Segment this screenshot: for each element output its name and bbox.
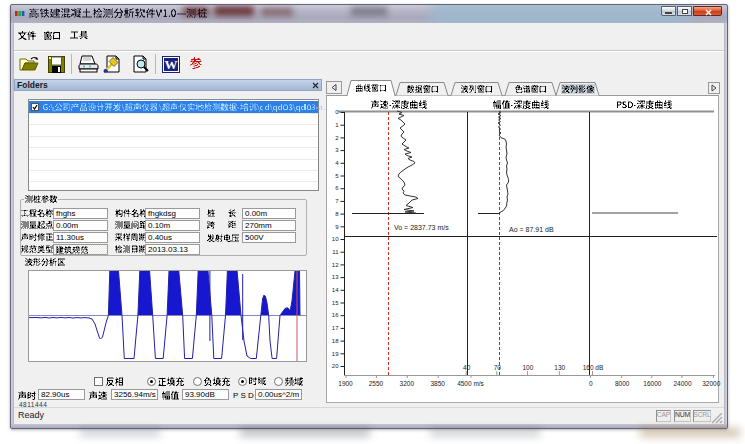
svg-text:40: 40 — [463, 364, 471, 371]
svg-text:12: 12 — [332, 262, 339, 268]
svg-text:32000 u: 32000 u — [702, 380, 722, 387]
svg-text:7: 7 — [335, 198, 339, 204]
svg-text:130: 130 — [554, 364, 565, 371]
svg-text:10: 10 — [332, 236, 339, 242]
svg-text:3850: 3850 — [430, 380, 445, 387]
svg-text:13: 13 — [332, 274, 339, 280]
svg-text:5: 5 — [335, 173, 339, 179]
svg-text:15: 15 — [332, 300, 339, 306]
svg-text:16: 16 — [332, 312, 339, 318]
svg-text:17: 17 — [332, 325, 339, 331]
svg-text:8000: 8000 — [615, 380, 630, 387]
svg-text:3: 3 — [335, 147, 339, 153]
svg-text:14: 14 — [332, 287, 339, 293]
svg-text:2: 2 — [335, 135, 339, 141]
svg-text:4: 4 — [335, 160, 339, 166]
svg-text:9: 9 — [335, 224, 339, 230]
svg-text:19: 19 — [332, 351, 339, 357]
svg-text:4500 m/s: 4500 m/s — [457, 380, 484, 387]
svg-text:24000: 24000 — [673, 380, 691, 387]
svg-text:11: 11 — [332, 249, 339, 255]
svg-text:6: 6 — [335, 185, 339, 191]
svg-text:0: 0 — [589, 380, 593, 387]
svg-text:160 dB: 160 dB — [583, 364, 604, 371]
svg-text:18: 18 — [332, 338, 339, 344]
svg-text:70: 70 — [494, 364, 502, 371]
svg-text:3200: 3200 — [400, 380, 415, 387]
svg-text:2550: 2550 — [369, 380, 384, 387]
svg-text:20: 20 — [332, 363, 339, 369]
svg-text:1: 1 — [335, 122, 339, 128]
svg-text:W: W — [165, 57, 178, 72]
svg-text:100: 100 — [522, 364, 533, 371]
svg-text:16000: 16000 — [643, 380, 661, 387]
svg-text:8: 8 — [335, 211, 339, 217]
svg-text:1900: 1900 — [338, 380, 353, 387]
